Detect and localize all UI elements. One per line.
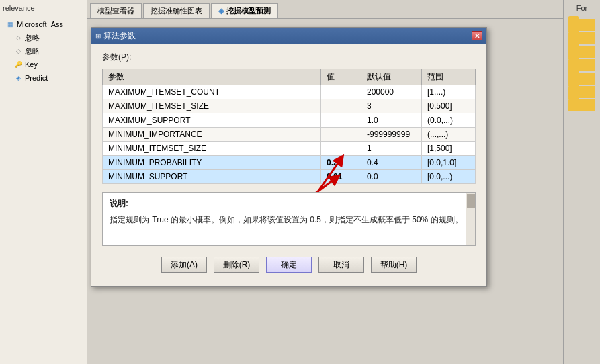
table-row[interactable]: MAXIMUM_ITEMSET_COUNT 200000 [1,...) <box>103 85 476 99</box>
predict-icon: ◈ <box>13 73 23 83</box>
param-default: 0.0 <box>361 170 422 184</box>
sidebar-item-ignore1[interactable]: ◇ 忽略 <box>11 31 87 44</box>
param-name: MINIMUM_SUPPORT <box>103 170 321 184</box>
param-name: MINIMUM_IMPORTANCE <box>103 128 321 142</box>
col-header-param: 参数 <box>103 69 321 85</box>
col-header-default: 默认值 <box>361 69 422 85</box>
delete-button[interactable]: 删除(R) <box>214 257 259 273</box>
param-range: [0.0,1.0] <box>422 156 476 170</box>
param-range: [1,500] <box>422 142 476 156</box>
table-row[interactable]: MAXIMUM_ITEMSET_SIZE 3 [0,500] <box>103 99 476 113</box>
param-range: (...,...) <box>422 128 476 142</box>
description-title: 说明: <box>110 198 468 210</box>
col-header-value: 值 <box>321 69 361 85</box>
key-icon: 🔑 <box>13 60 23 69</box>
tab-bar: 模型查看器 挖掘准确性图表 ◈ 挖掘模型预测 <box>87 0 600 19</box>
dialog-titlebar: ⊞ 算法参数 ✕ <box>91 28 486 44</box>
param-range: [0,500] <box>422 99 476 113</box>
dialog-content: 参数(P): 参数 值 默认值 范围 MAXIMUM_ITEMSET <box>91 44 486 286</box>
table-row[interactable]: MINIMUM_SUPPORT 0.01 0.0 [0.0,...) <box>103 170 476 184</box>
params-label: 参数(P): <box>102 52 476 63</box>
param-name: MINIMUM_PROBABILITY <box>103 156 321 170</box>
scrollbar-thumb <box>467 194 475 208</box>
description-section: 说明: 指定规则为 True 的最小概率。例如，如果将该值设置为 0.5，则指定… <box>102 192 476 246</box>
description-scrollbar[interactable] <box>466 193 475 245</box>
sidebar-item-ignore2[interactable]: ◇ 忽略 <box>11 44 87 58</box>
algorithm-params-dialog: ⊞ 算法参数 ✕ 参数(P): 参数 值 默认值 范围 <box>91 27 487 287</box>
tab-model-predict[interactable]: ◈ 挖掘模型预测 <box>211 3 278 18</box>
tab-accuracy-chart[interactable]: 挖掘准确性图表 <box>143 3 210 18</box>
table-container: 参数 值 默认值 范围 MAXIMUM_ITEMSET_COUNT 200000… <box>102 69 476 184</box>
folder-icon-7[interactable] <box>568 99 595 111</box>
params-table: 参数 值 默认值 范围 MAXIMUM_ITEMSET_COUNT 200000… <box>102 69 476 184</box>
param-name: MAXIMUM_ITEMSET_COUNT <box>103 85 321 99</box>
param-default: -999999999 <box>361 128 422 142</box>
sidebar-item-key[interactable]: 🔑 Key <box>11 58 87 71</box>
param-name: MAXIMUM_ITEMSET_SIZE <box>103 99 321 113</box>
help-button[interactable]: 帮助(H) <box>371 257 417 273</box>
dialog-title-left: ⊞ 算法参数 <box>95 30 136 42</box>
add-button[interactable]: 添加(A) <box>161 257 207 273</box>
ignore-icon-1: ◇ <box>13 33 23 42</box>
col-header-range: 范围 <box>422 69 476 85</box>
table-row[interactable]: MINIMUM_PROBABILITY 0.2 0.4 [0.0,1.0] <box>103 156 476 170</box>
param-default: 1 <box>361 142 422 156</box>
sidebar-header: relevance <box>0 3 87 13</box>
param-default: 0.4 <box>361 156 422 170</box>
tab-diamond-icon: ◈ <box>218 7 224 15</box>
description-text: 指定规则为 True 的最小概率。例如，如果将该值设置为 0.5，则指定不生成概… <box>110 214 468 226</box>
param-name: MINIMUM_ITEMSET_SIZE <box>103 142 321 156</box>
cancel-button[interactable]: 取消 <box>318 257 364 273</box>
param-name: MAXIMUM_SUPPORT <box>103 113 321 128</box>
param-value[interactable] <box>321 85 361 99</box>
param-value[interactable] <box>321 113 361 128</box>
param-value[interactable]: 0.01 <box>321 170 361 184</box>
sidebar-item-predict[interactable]: ◈ Predict <box>11 71 87 85</box>
param-range: [1,...) <box>422 85 476 99</box>
param-value[interactable] <box>321 142 361 156</box>
doc-icon: ▦ <box>5 19 15 29</box>
param-default: 3 <box>361 99 422 113</box>
left-sidebar: relevance ▦ Microsoft_Ass ◇ 忽略 ◇ 忽略 🔑 Ke… <box>0 0 87 364</box>
dialog-close-button[interactable]: ✕ <box>472 31 482 40</box>
param-value[interactable] <box>321 128 361 142</box>
param-value[interactable]: 0.2 <box>321 156 361 170</box>
table-row[interactable]: MINIMUM_IMPORTANCE -999999999 (...,...) <box>103 128 476 142</box>
table-row[interactable]: MINIMUM_ITEMSET_SIZE 1 [1,500] <box>103 142 476 156</box>
ok-button[interactable]: 确定 <box>266 257 312 273</box>
sidebar-item-microsoft[interactable]: ▦ Microsoft_Ass <box>3 17 87 31</box>
param-default: 1.0 <box>361 113 422 128</box>
tab-model-viewer[interactable]: 模型查看器 <box>90 3 142 18</box>
dialog-title-text: 算法参数 <box>103 30 136 42</box>
dialog-buttons: 添加(A) 删除(R) 确定 取消 帮助(H) <box>102 254 476 278</box>
ignore-icon-2: ◇ <box>13 46 23 56</box>
param-range: [0.0,...) <box>422 170 476 184</box>
param-range: (0.0,...) <box>422 113 476 128</box>
dialog-title-icon: ⊞ <box>95 32 101 40</box>
param-value[interactable] <box>321 99 361 113</box>
right-sidebar-label: For <box>564 3 600 13</box>
param-default: 200000 <box>361 85 422 99</box>
app-background: relevance ▦ Microsoft_Ass ◇ 忽略 ◇ 忽略 🔑 Ke… <box>0 0 600 364</box>
right-sidebar: For <box>563 0 600 364</box>
table-row[interactable]: MAXIMUM_SUPPORT 1.0 (0.0,...) <box>103 113 476 128</box>
table-header-row: 参数 值 默认值 范围 <box>103 69 476 85</box>
